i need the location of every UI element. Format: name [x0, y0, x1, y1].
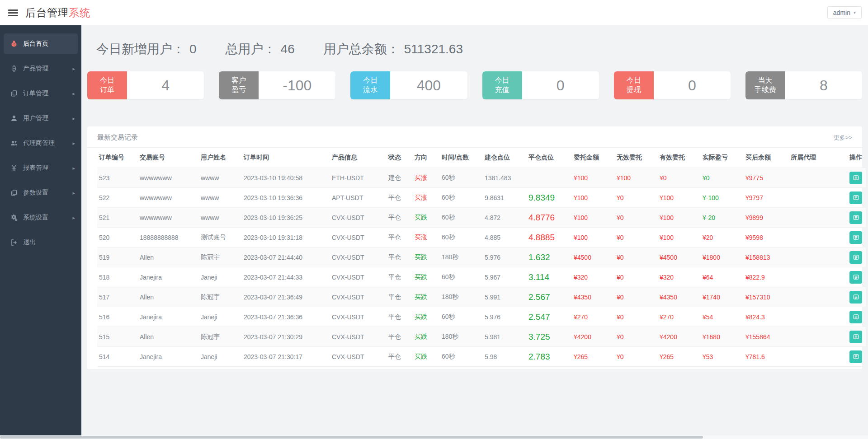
more-link[interactable]: 更多>>	[834, 134, 852, 142]
cell-direction: 买跌	[413, 208, 440, 228]
hamburger-menu-icon[interactable]	[8, 8, 18, 18]
cell-profit: ¥1740	[701, 287, 744, 307]
order-detail-button[interactable]	[849, 251, 862, 264]
cell-status: 平仓	[387, 287, 413, 307]
cell-amount: ¥100	[572, 188, 615, 208]
cell-amount: ¥4500	[572, 248, 615, 267]
cell-account: 18888888888	[138, 228, 199, 248]
cell-id: 522	[97, 188, 138, 208]
cell-id: 516	[97, 307, 138, 327]
settings-icon	[10, 214, 18, 222]
col-header-3: 订单时间	[242, 148, 330, 168]
order-detail-button[interactable]	[849, 271, 862, 284]
cell-open: 5.967	[483, 267, 527, 287]
cell-duration: 180秒	[440, 248, 483, 267]
cell-balance: ¥9598	[744, 228, 789, 248]
order-detail-button[interactable]	[849, 350, 862, 363]
scrollbar-thumb[interactable]	[0, 436, 703, 439]
cell-amount: ¥265	[572, 347, 615, 367]
cell-action	[832, 307, 866, 327]
cell-profit: ¥20	[701, 228, 744, 248]
sidebar-item-home[interactable]: 后台首页	[4, 33, 78, 54]
cell-profit: ¥-100	[701, 188, 744, 208]
cell-valid: ¥100	[658, 208, 701, 228]
order-detail-button[interactable]	[849, 331, 862, 343]
order-detail-button[interactable]	[849, 211, 862, 224]
stat-card-label-line2: 手续费	[755, 85, 776, 95]
cell-direction: 买涨	[413, 168, 440, 188]
cell-close: 2.783	[527, 347, 572, 367]
stat-card-label-line1: 今日	[100, 76, 114, 85]
col-header-16: 操作	[832, 148, 866, 168]
stat-card-value: 0	[654, 71, 731, 99]
cell-open: 9.8631	[483, 188, 527, 208]
cell-balance: ¥9899	[744, 208, 789, 228]
cell-balance: ¥9775	[744, 168, 789, 188]
sidebar-item-params[interactable]: 参数设置▸	[0, 182, 81, 203]
user-dropdown[interactable]: admin ▾	[827, 6, 862, 19]
table-row: 516JanejiraJaneji2023-03-07 21:36:36CVX-…	[97, 307, 866, 327]
sidebar-item-system[interactable]: 系统设置▸	[0, 207, 81, 228]
horizontal-scrollbar[interactable]	[0, 435, 868, 439]
recent-trades-panel: 最新交易记录 更多>> 订单编号交易账号用户姓名订单时间产品信息状态方向时间/点…	[87, 126, 862, 369]
cell-name: wwww	[199, 208, 242, 228]
stat-card-2: 今日流水400	[350, 71, 467, 99]
stat-card-label-line1: 当天	[758, 76, 773, 85]
bitcoin-icon	[10, 65, 18, 73]
stat-card-5: 当天手续费8	[745, 71, 862, 99]
sidebar-item-agents[interactable]: 代理商管理▸	[0, 133, 81, 154]
col-header-15: 所属代理	[789, 148, 832, 168]
cell-time: 2023-03-10 19:36:36	[242, 188, 330, 208]
cell-id: 520	[97, 228, 138, 248]
cell-account: Allen	[138, 327, 199, 347]
cell-invalid: ¥0	[615, 188, 658, 208]
sidebar-item-reports[interactable]: 报表管理▸	[0, 158, 81, 178]
table-row: 52018888888888测试账号2023-03-10 19:31:18CVX…	[97, 228, 866, 248]
sidebar-item-users[interactable]: 用户管理▸	[0, 108, 81, 129]
cell-time: 2023-03-07 21:36:49	[242, 287, 330, 307]
cell-action	[832, 208, 866, 228]
cell-agent	[789, 287, 832, 307]
cell-valid: ¥4350	[658, 287, 701, 307]
col-header-4: 产品信息	[330, 148, 387, 168]
cell-valid: ¥270	[658, 307, 701, 327]
sidebar-item-label: 报表管理	[23, 164, 48, 172]
order-detail-button[interactable]	[849, 172, 862, 184]
cell-close: 4.8776	[527, 208, 572, 228]
cell-id: 519	[97, 248, 138, 267]
cell-account: Janejira	[138, 267, 199, 287]
order-detail-button[interactable]	[849, 231, 862, 244]
cell-direction: 买跌	[413, 248, 440, 267]
panel-title: 最新交易记录	[97, 133, 138, 142]
cell-name: 测试账号	[199, 228, 242, 248]
cell-product: CVX-USDT	[330, 347, 387, 367]
cell-direction: 买涨	[413, 228, 440, 248]
cell-duration: 60秒	[440, 188, 483, 208]
sidebar-item-orders[interactable]: 订单管理▸	[0, 83, 81, 104]
stat-card-label: 今日订单	[87, 71, 127, 99]
sidebar-item-label: 订单管理	[23, 89, 48, 98]
cell-balance: ¥158813	[744, 248, 789, 267]
cell-amount: ¥4200	[572, 327, 615, 347]
cell-status: 建仓	[387, 168, 413, 188]
cell-agent	[789, 208, 832, 228]
trades-table: 订单编号交易账号用户姓名订单时间产品信息状态方向时间/点数建仓点位平仓点位委托金…	[97, 148, 866, 367]
order-detail-button[interactable]	[849, 311, 862, 323]
stat-value: 0	[189, 42, 197, 56]
cell-direction: 买涨	[413, 188, 440, 208]
cell-balance: ¥9797	[744, 188, 789, 208]
cell-status: 平仓	[387, 208, 413, 228]
cell-balance: ¥781.6	[744, 347, 789, 367]
table-row: 514JanejiraJaneji2023-03-07 21:30:17CVX-…	[97, 347, 866, 367]
order-detail-button[interactable]	[849, 291, 862, 304]
cell-action	[832, 347, 866, 367]
col-header-1: 交易账号	[138, 148, 199, 168]
col-header-12: 有效委托	[658, 148, 701, 168]
cell-account: Allen	[138, 248, 199, 267]
cell-invalid: ¥0	[615, 267, 658, 287]
sidebar-item-products[interactable]: 产品管理▸	[0, 58, 81, 79]
sidebar-item-logout[interactable]: 退出	[0, 232, 81, 253]
stat-label: 总用户：	[226, 41, 276, 58]
stat-card-value: 4	[127, 71, 204, 99]
order-detail-button[interactable]	[849, 191, 862, 204]
